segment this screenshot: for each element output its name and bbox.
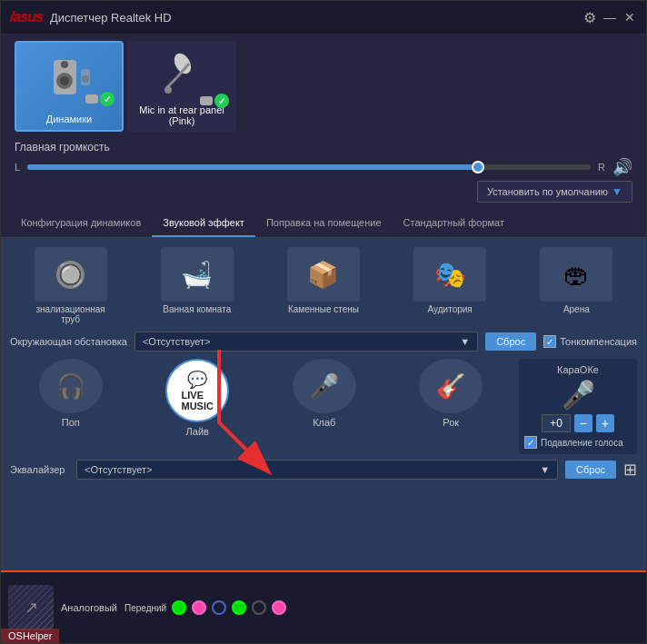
club-icon: 🎤 xyxy=(293,359,356,413)
asus-logo: /asus xyxy=(10,9,43,25)
pop-label: Поп xyxy=(62,417,80,428)
club-label: Клаб xyxy=(313,417,335,428)
env-dropdown-value: <Отсутствует> xyxy=(143,336,211,347)
volume-fill xyxy=(27,164,478,170)
eq-dropdown[interactable]: <Отсутствует> ▼ xyxy=(76,460,558,480)
arena-label: Арена xyxy=(563,304,590,314)
eq-reset-button[interactable]: Сброс xyxy=(565,461,616,479)
tab-format[interactable]: Стандартный формат xyxy=(393,210,515,237)
tabs-bar: Конфигурация динамиков Звуковой эффект П… xyxy=(1,210,646,238)
volume-title: Главная громкость xyxy=(15,141,632,154)
dot-green2 xyxy=(232,600,246,615)
analog-label: Аналоговый xyxy=(61,602,117,613)
device-section: ✓ Динамики ✓ Mic in at rear panel (Pink) xyxy=(1,34,646,137)
karaoke-plus-button[interactable]: + xyxy=(596,414,614,432)
env-label: Окружающая обстановка xyxy=(10,335,127,348)
env-row: Окружающая обстановка <Отсутствует> ▼ Сб… xyxy=(10,332,637,352)
env-arena[interactable]: 🏟 Арена xyxy=(540,247,612,324)
close-button[interactable]: ✕ xyxy=(622,10,637,25)
karaoke-controls: +0 − + xyxy=(524,414,632,432)
env-reset-button[interactable]: Сброс xyxy=(485,332,536,351)
dot-pink2 xyxy=(272,600,286,615)
app-title: Диспетчер Realtek HD xyxy=(50,11,575,25)
settings-button[interactable]: ⚙ xyxy=(582,10,597,25)
karaoke-box: КараОКе 🎤 +0 − + ✓ Подавление голоса xyxy=(519,359,637,454)
voice-suppress-checkbox[interactable]: ✓ xyxy=(524,436,537,449)
dot-black xyxy=(252,600,266,615)
genre-pop[interactable]: 🎧 Поп xyxy=(10,359,132,454)
analog-icon-box: ↗ xyxy=(8,585,54,630)
rock-label: Рок xyxy=(443,417,459,428)
auditorium-label: Аудитория xyxy=(428,304,473,314)
tab-sound-effect[interactable]: Звуковой эффект xyxy=(152,210,255,237)
check-icon: ✓ xyxy=(100,92,114,106)
tab-room[interactable]: Поправка на помещение xyxy=(255,210,393,237)
eq-dropdown-value: <Отсутствует> xyxy=(85,464,153,475)
main-content: 🔘 знализационная труб 🛁 Ванная комната 📦… xyxy=(1,238,646,570)
eq-label: Эквалайзер xyxy=(10,464,69,475)
titlebar: /asus Диспетчер Realtek HD ⚙ — ✕ xyxy=(1,1,646,34)
mic-status: ✓ xyxy=(200,94,229,108)
env-dropdown[interactable]: <Отсутствует> ▼ xyxy=(134,332,478,352)
genre-plus-karaoke: 🎧 Поп 💬 LIVEMUSIC Лайв 🎤 Клаб xyxy=(10,359,637,454)
dot-blue-empty xyxy=(212,600,226,615)
device-mic[interactable]: ✓ Mic in at rear panel (Pink) xyxy=(127,41,236,132)
tab-config[interactable]: Конфигурация динамиков xyxy=(10,210,152,237)
set-default-button[interactable]: Установить по умолчанию ▼ xyxy=(477,181,632,203)
device-speakers[interactable]: ✓ Динамики xyxy=(15,41,124,132)
volume-row: L R 🔊 xyxy=(15,157,632,177)
speakers-label: Динамики xyxy=(46,114,92,124)
bathroom-icon: 🛁 xyxy=(161,247,234,302)
dot-pink xyxy=(192,600,206,615)
voice-suppress-row: ✓ Подавление голоса xyxy=(524,436,632,449)
genre-live[interactable]: 💬 LIVEMUSIC Лайв xyxy=(137,359,259,454)
arena-icon: 🏟 xyxy=(540,247,612,302)
genre-rock[interactable]: 🎸 Рок xyxy=(391,359,513,454)
env-auditorium[interactable]: 🎭 Аудитория xyxy=(413,247,486,324)
env-bathroom[interactable]: 🛁 Ванная комната xyxy=(161,247,234,324)
env-sewer[interactable]: 🔘 знализационная труб xyxy=(35,247,107,324)
volume-thumb[interactable] xyxy=(472,161,484,173)
karaoke-mic-icon: 🎤 xyxy=(524,379,632,411)
analog-section: ↗ Аналоговый Передний OSHelper xyxy=(1,570,646,643)
karaoke-minus-button[interactable]: − xyxy=(574,414,592,432)
dot-green xyxy=(172,600,186,615)
volume-slider[interactable] xyxy=(27,164,591,170)
vol-l-label: L xyxy=(15,162,20,173)
titlebar-controls: ⚙ — ✕ xyxy=(582,10,637,25)
env-dropdown-arrow: ▼ xyxy=(460,336,470,347)
check-icon-mic: ✓ xyxy=(214,94,229,108)
vol-r-label: R xyxy=(598,162,605,173)
dropdown-arrow-icon: ▼ xyxy=(612,185,622,198)
genre-col: 🎧 Поп 💬 LIVEMUSIC Лайв 🎤 Клаб xyxy=(10,359,512,454)
pop-icon: 🎧 xyxy=(39,359,103,413)
watermark: OSHelper xyxy=(1,629,59,643)
karaoke-value: +0 xyxy=(542,414,571,432)
live-label: Лайв xyxy=(186,426,209,437)
svg-point-5 xyxy=(82,75,89,83)
chat-icon-mic xyxy=(200,96,213,105)
set-default-label: Установить по умолчанию xyxy=(487,186,608,197)
svg-point-9 xyxy=(164,86,172,94)
front-label: Передний xyxy=(124,603,166,613)
env-stone[interactable]: 📦 Каменные стены xyxy=(287,247,360,324)
tone-comp-checkbox[interactable]: ✓ xyxy=(543,335,556,348)
auditorium-icon: 🎭 xyxy=(413,247,486,302)
chat-icon xyxy=(85,94,98,104)
genre-club[interactable]: 🎤 Клаб xyxy=(264,359,385,454)
sewer-icon: 🔘 xyxy=(35,247,107,302)
connector-section: Передний xyxy=(124,600,286,615)
genre-karaoke-area: 🎧 Поп 💬 LIVEMUSIC Лайв 🎤 Клаб xyxy=(10,359,637,454)
minimize-button[interactable]: — xyxy=(602,10,617,25)
eq-dropdown-arrow: ▼ xyxy=(540,464,550,475)
volume-icon: 🔊 xyxy=(612,157,632,177)
live-icon: 💬 LIVEMUSIC xyxy=(165,359,229,422)
sewer-label: знализационная труб xyxy=(35,304,107,324)
watermark-text: OSHelper xyxy=(8,630,52,641)
voice-suppress-label: Подавление голоса xyxy=(541,438,623,448)
env-icons-row: 🔘 знализационная труб 🛁 Ванная комната 📦… xyxy=(10,247,637,324)
rock-icon: 🎸 xyxy=(419,359,483,413)
eq-settings-icon[interactable]: ⊞ xyxy=(623,460,637,480)
speakers-status: ✓ xyxy=(85,92,114,106)
svg-point-2 xyxy=(60,76,69,85)
